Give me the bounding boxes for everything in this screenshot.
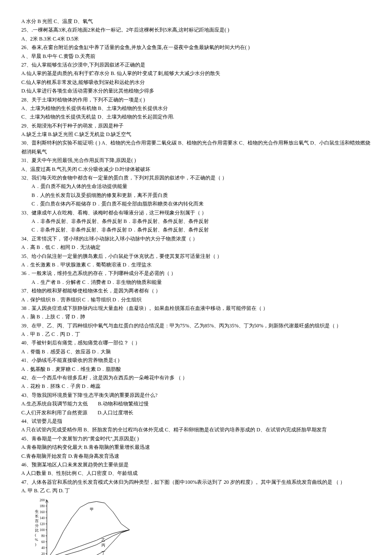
text-line: A．氨基酸 B．麦芽糖 C．维生素 D．脂肪酸 <box>21 365 371 373</box>
text-line: B．人的生长发育以及受损细胞的修复和更新，离不开蛋白质 <box>21 191 371 199</box>
text-line: 37、植物的根和芽都能够使植物体生长，是因为两者都有（ ） <box>21 286 371 295</box>
text-line: A．非条件反射、非条件反射、条件反射 B．非条件反射、条件反射、条件反射 <box>21 217 371 225</box>
text-line: A 、早晨 B.中午 C.黄昏 D.天亮前 <box>21 52 371 61</box>
text-line: 42、在一个西瓜中有很多瓜籽，这是因为在西瓜的一朵雌花中有许多 （ ） <box>21 373 371 382</box>
y-tick-label: 180 <box>40 504 45 508</box>
series-乙 <box>47 530 130 555</box>
text-line: C、土壤为植物的生长提供无机盐 D、土壤为植物的生长起固定作用. <box>21 113 371 121</box>
y-tick-label: 160 <box>40 510 45 514</box>
text-line: A 只在试管内完成受精作用 B、胚胎发育的全过程均在体外完成 C、精子和卵细胞是… <box>21 425 371 434</box>
text-line: C．蛋白质在体内不能储存 D．蛋白质不能全部由脂肪和糖类在体内转化而来 <box>21 199 371 208</box>
text-line: A.仙人掌的茎是肉质的,有利于贮存水分 B. 仙人掌的叶变成了刺,能够大大减少水… <box>21 69 371 78</box>
y-tick-label: 60 <box>41 540 45 544</box>
text-line: A.生态系统自我调节能力太低 B.动物和植物繁殖过慢 <box>21 399 371 408</box>
text-line: 26、春末,在窗台附近的金鱼缸中养了适量的金鱼,并放入金鱼藻,在一昼夜中金鱼最缺… <box>21 43 371 52</box>
text-line: A、温度过高 B.气孔关闭 C.水分吸收减少 D.叶绿体被破坏 <box>21 165 371 173</box>
y-tick-label: 100 <box>40 528 45 532</box>
y-tick-label: 80 <box>41 534 45 538</box>
growth-chart: 0204060801001201401601802002468101214161… <box>32 497 134 555</box>
series-甲 <box>47 502 130 555</box>
text-line: 47、人体各器官和系统的生长发育模式大体归为四种类型，如下图（图中100%表示达… <box>21 478 371 486</box>
text-line: 32、我们每天吃的食物中都含有一定量的蛋白质，下列对其原因的叙述中，不正确的是（… <box>21 173 371 182</box>
text-line: A．生长激素 B．甲状腺激素 C．葡萄糖溶液 D．生理盐水 <box>21 260 371 269</box>
y-axis-label: ( <box>35 533 36 537</box>
text-line: 40、手被针刺后有痛觉，感知痛觉在哪一部位？（ ） <box>21 338 371 347</box>
text-line: 45、青春期是一个发展智力的"黄金时代",其原因是( ) <box>21 434 371 443</box>
text-line: 28、关于土壤对植物体的作用，下列不正确的一项是:( ) <box>21 95 371 104</box>
y-axis-label: 长 <box>35 514 39 518</box>
chart-container: 0204060801001201401601802002468101214161… <box>21 497 371 555</box>
text-line: 43、导致我国环境质量下降'生态平衡失调的重要原因是什么? <box>21 391 371 399</box>
text-line: A．甲 B．乙 C．丙 D．丁 <box>21 330 371 338</box>
text-line: A 水分 B 光照 C、温度 D、氧气 <box>21 17 371 26</box>
text-line: 30、普利斯特利的实验不能证明: ( ) A、植物的光合作用需要二氧化碳 B、植… <box>21 139 371 156</box>
text-line: 44、试管婴儿是指 <box>21 417 371 425</box>
text-line: A．保护组织 B．营养组织 C．输导组织 D．分生组织 <box>21 295 371 304</box>
text-line: A、2米 B.3米 C.4米 D.5米 <box>21 35 371 43</box>
text-line: 29、长期浸泡不利于种子的萌发，原因是种子 <box>21 121 371 130</box>
text-line: 38．某人因炎症造成下肢静脉内出现大量血栓（血凝块）。如果血栓脱落后在血液中移动… <box>21 304 371 312</box>
y-tick-label: 140 <box>40 516 45 520</box>
text-line: A 人口数量 B、性别比例 C、人口密度 D、年龄组成 <box>21 469 371 477</box>
text-line: C.仙人掌的根系非常发达,能够吸收到深处和远处的水分 <box>21 78 371 87</box>
text-line: C.青春期脑开始发育 D.青春期身高发育迅速 <box>21 452 371 460</box>
text-line: A. 甲 B. 乙 C. 丙 D. 丁 <box>21 486 371 495</box>
text-line: 46、预测某地区人口未来发展趋势的主要依据是 <box>21 460 371 469</box>
text-line: A.青春期脑的结构变化最大 B.青春期脑的重量增长最迅速 <box>21 443 371 451</box>
text-line: 31、夏天中午光照最强,光合作用反而下降,原因是( ) <box>21 156 371 165</box>
text-line: A．脊髓 B．感受器 C、效应器 D．大脑 <box>21 347 371 356</box>
text-line: 36．一般来说，维持生态系统的存在，下列哪种成分不是必需的（ ） <box>21 269 371 278</box>
text-line: A．脑 B．上肢 C．肾 D．肺 <box>21 312 371 321</box>
text-line: A．生产者 B．分解者 C．消费者 D．非生物的物质和能量 <box>21 278 371 286</box>
text-line: A．蛋白质不能为人体的生命活动提供能量 <box>21 182 371 191</box>
text-line: D.仙人掌进行各项生命活动需要水分的量比其他植物少得多 <box>21 87 371 95</box>
y-axis-label: 比 <box>35 528 39 532</box>
series-label: 丁 <box>101 551 105 555</box>
y-tick-label: 20 <box>41 552 45 555</box>
text-line: 27、仙人掌能够生活在沙漠中,下列原因叙述不正确的是 <box>21 61 371 69</box>
text-line: C.人们开发和利用了自然资源 D.人口过度增长 <box>21 408 371 417</box>
series-label: 甲 <box>90 507 94 512</box>
y-axis-label: 分 <box>35 523 39 528</box>
y-axis-label: 生 <box>35 509 39 514</box>
document-body: A 水分 B 光照 C、温度 D、氧气25、.一棵树茎高3米,在距地面2米处作一… <box>21 17 371 555</box>
series-label: 乙 <box>101 538 105 542</box>
series-丁 <box>47 530 130 555</box>
text-line: 35、给小白鼠注射一定量的胰岛素后，小白鼠处于休克状态，要使其复苏可适量注射（ … <box>21 252 371 260</box>
series-丙 <box>47 530 130 555</box>
text-line: A．花粉 B．胚珠 C．子房 D．雌蕊 <box>21 382 371 390</box>
text-line: A．高 B．低 C．相同 D．无法确定 <box>21 243 371 251</box>
text-line: 25、.一棵树茎高3米,在距地面2米处作一标记。2年后这棵树长到5米高,这时标记… <box>21 26 371 34</box>
y-tick-label: 40 <box>41 546 45 550</box>
y-axis-label: % <box>35 538 38 542</box>
y-axis-label: 百 <box>35 519 39 523</box>
y-tick-label: 200 <box>40 498 45 502</box>
text-line: 33、健康成年人在吃梅、看梅、谈梅时都会有唾液分泌，这三种现象分别属于（ ） <box>21 208 371 217</box>
series-label: 丙 <box>101 543 105 547</box>
text-line: 39、在甲、乙、丙、丁四种组织中氧气与血红蛋白的结合情况是：甲为75%、乙为85… <box>21 321 371 330</box>
text-line: 34、正常情况下， 肾小球的出球小动脉比入球小动脉中的大分子物质浓度（ ） <box>21 234 371 243</box>
text-line: C．非条件反射、非条件反射、非条件反射 D．条件反射、条件反射、条件反射 <box>21 225 371 234</box>
text-line: A.缺乏土壤 B.缺乏光照 C.缺乏无机盐 D.缺乏空气 <box>21 130 371 139</box>
y-axis-label: ) <box>35 542 36 546</box>
y-tick-label: 120 <box>40 522 45 526</box>
text-line: 41、小肠绒毛不能直接吸收的营养物质是:( ) <box>21 356 371 364</box>
text-line: A、土壤为植物的生长提供有机物 B、土壤为植物的生长提供水分 <box>21 104 371 113</box>
